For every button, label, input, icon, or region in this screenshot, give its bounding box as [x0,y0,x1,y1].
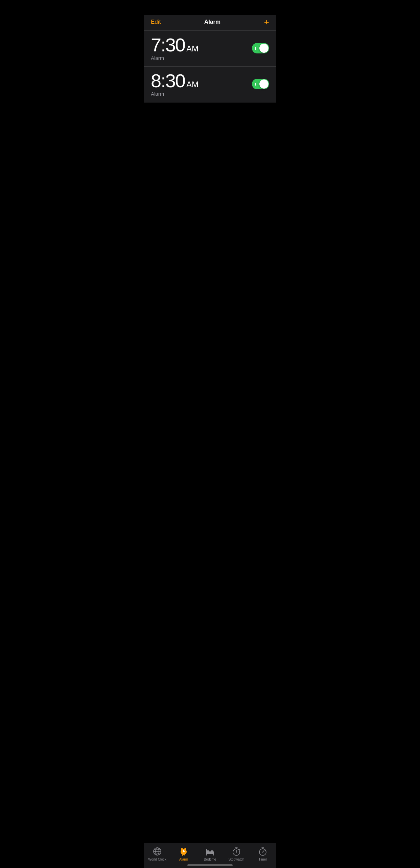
toggle-thumb-2 [259,79,269,89]
toggle-track-2: I [252,79,269,89]
alarm-period-1: AM [186,44,199,53]
alarm-time-row-2: 8:30 AM [151,71,199,90]
alarm-info-2: 8:30 AM Alarm [151,71,199,97]
alarm-period-2: AM [186,80,199,89]
alarm-toggle-1[interactable]: I [252,43,269,53]
alarm-item-1[interactable]: 7:30 AM Alarm I [144,31,276,67]
alarm-time-2: 8:30 [151,71,185,90]
content-area [144,102,276,285]
toggle-i-label-2: I [255,82,256,86]
toggle-thumb-1 [259,44,269,53]
toggle-track-1: I [252,43,269,53]
toggle-i-label-1: I [255,46,256,50]
edit-button[interactable]: Edit [151,19,161,25]
alarm-info-1: 7:30 AM Alarm [151,36,199,61]
alarm-label-2: Alarm [151,91,199,97]
app-container: Edit Alarm + 7:30 AM Alarm I [144,0,276,285]
alarm-list: 7:30 AM Alarm I 8:30 AM Alarm [144,31,276,102]
nav-bar: Edit Alarm + [144,15,276,31]
page-title: Alarm [204,19,220,25]
status-bar [144,0,276,15]
alarm-toggle-2[interactable]: I [252,79,269,89]
add-alarm-button[interactable]: + [264,18,269,26]
alarm-item-2[interactable]: 8:30 AM Alarm I [144,67,276,102]
alarm-time-1: 7:30 [151,36,185,54]
alarm-time-row-1: 7:30 AM [151,36,199,54]
alarm-label-1: Alarm [151,55,199,61]
